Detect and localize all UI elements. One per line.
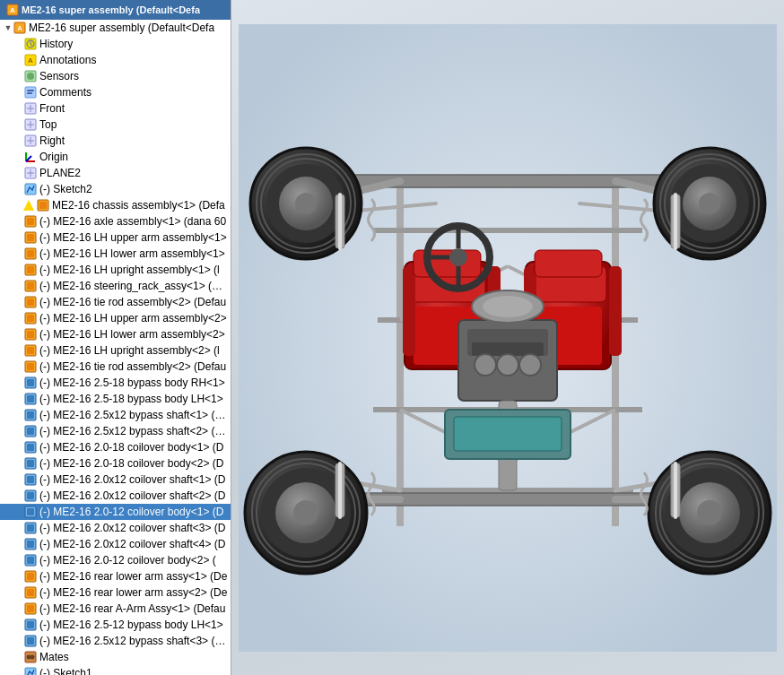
subassembly-icon <box>23 279 38 293</box>
tree-item-steering_rack[interactable]: (-) ME2-16 steering_rack_assy<1> (Defau <box>0 278 231 294</box>
tree-item-top[interactable]: Top <box>0 117 231 133</box>
tree-item-lh_lower2[interactable]: (-) ME2-16 LH lower arm assembly<2> <box>0 326 231 342</box>
tree-item-lh_upright1[interactable]: (-) ME2-16 LH upright assembly<1> (l <box>0 262 231 278</box>
svg-text:A: A <box>28 56 33 65</box>
tree-item-bypass_shaft2[interactable]: (-) ME2-16 2.5x12 bypass shaft<2> (De <box>0 423 231 439</box>
expand-arrow-tie_rod2[interactable] <box>14 298 23 307</box>
expand-arrow-right[interactable] <box>14 136 23 145</box>
svg-rect-82 <box>27 605 34 612</box>
svg-rect-46 <box>27 315 34 322</box>
expand-arrow-lh_upright1[interactable] <box>14 265 23 274</box>
tree-item-right[interactable]: Right <box>0 133 231 149</box>
tree-item-coilover_shaft3[interactable]: (-) ME2-16 2.0x12 coilover shaft<3> (D <box>0 520 231 536</box>
tree-item-comments[interactable]: Comments <box>0 84 231 100</box>
expand-arrow-top[interactable] <box>14 120 23 129</box>
expand-arrow-lh_lower2[interactable] <box>14 330 23 339</box>
tree-item-tie_rod2[interactable]: (-) ME2-16 tie rod assembly<2> (Defau <box>0 294 231 310</box>
expand-arrow-sketch1[interactable] <box>14 669 23 675</box>
expand-arrow-lh_lower1[interactable] <box>14 249 23 258</box>
tree-item-tie_rod_assy2[interactable]: (-) ME2-16 tie rod assembly<2> (Defau <box>0 359 231 375</box>
expand-arrow-rear_lower2[interactable] <box>14 588 23 597</box>
expand-arrow-axle[interactable] <box>14 217 23 226</box>
svg-rect-84 <box>27 621 34 628</box>
expand-arrow-steering_rack[interactable] <box>14 281 23 290</box>
expand-arrow-history[interactable] <box>14 39 23 48</box>
tree-item-rear_lower2[interactable]: (-) ME2-16 rear lower arm assy<2> (De <box>0 584 231 601</box>
expand-arrow-lh_upper1[interactable] <box>14 233 23 242</box>
expand-arrow-bypass_shaft1[interactable] <box>14 411 23 420</box>
tree-item-label-annotations: Annotations <box>39 54 96 66</box>
expand-arrow-tie_rod_assy2[interactable] <box>14 362 23 371</box>
expand-arrow-sketch2[interactable] <box>14 185 23 194</box>
expand-arrow-plane2[interactable] <box>14 169 23 177</box>
tree-item-coilover_body2[interactable]: (-) ME2-16 2.0-18 coilover body<2> (D <box>0 455 231 472</box>
tree-item-sensors[interactable]: Sensors <box>0 68 231 84</box>
expand-arrow-coilover_body3[interactable] <box>14 556 23 565</box>
svg-rect-70 <box>27 508 34 515</box>
tree-item-axle[interactable]: (-) ME2-16 axle assembly<1> (dana 60 <box>0 213 231 229</box>
3d-viewport[interactable] <box>231 0 784 675</box>
tree-item-sketch2[interactable]: (-) Sketch2 <box>0 181 231 197</box>
svg-rect-66 <box>27 476 34 483</box>
feature-tree-sidebar[interactable]: A ME2-16 super assembly (Default<Defa ▼A… <box>0 0 231 675</box>
expand-arrow-bypass_lh1[interactable] <box>14 394 23 403</box>
expand-arrow-coilover_shaft4[interactable] <box>14 540 23 549</box>
tree-item-rear_lower1[interactable]: (-) ME2-16 rear lower arm assy<1> (De <box>0 568 231 584</box>
expand-arrow-front[interactable] <box>14 104 23 113</box>
tree-item-lh_upright2[interactable]: (-) ME2-16 LH upright assembly<2> (l <box>0 342 231 359</box>
expand-arrow-title[interactable]: ▼ <box>4 23 13 32</box>
tree-item-bypass_shaft1[interactable]: (-) ME2-16 2.5x12 bypass shaft<1> (De <box>0 407 231 423</box>
tree-item-label-lh_lower1: (-) ME2-16 LH lower arm assembly<1> <box>39 247 225 260</box>
tree-item-history[interactable]: History <box>0 36 231 52</box>
expand-arrow-lh_upper2[interactable] <box>14 314 23 323</box>
expand-arrow-comments[interactable] <box>14 88 23 97</box>
expand-arrow-mates[interactable] <box>14 653 23 662</box>
expand-arrow-rear_aarm[interactable] <box>14 604 23 613</box>
tree-item-front[interactable]: Front <box>0 100 231 117</box>
tree-item-lh_lower1[interactable]: (-) ME2-16 LH lower arm assembly<1> <box>0 246 231 262</box>
tree-item-origin[interactable]: Origin <box>0 149 231 165</box>
tree-item-label-lh_upper1: (-) ME2-16 LH upper arm assembly<1> <box>39 231 227 244</box>
expand-arrow-lh_upright2[interactable] <box>14 346 23 355</box>
tree-item-label-bypass_lh1: (-) ME2-16 2.5-18 bypass body LH<1> <box>39 393 223 405</box>
expand-arrow-bypass_shaft3[interactable] <box>14 636 23 645</box>
expand-arrow-bypass_lh2[interactable] <box>14 620 23 629</box>
tree-item-sketch1[interactable]: (-) Sketch1 <box>0 665 231 675</box>
tree-item-coilover_body_sel[interactable]: (-) ME2-16 2.0-12 coilover body<1> (D <box>0 504 231 520</box>
expand-arrow-coilover_shaft1[interactable] <box>14 475 23 484</box>
expand-arrow-rear_lower1[interactable] <box>14 572 23 581</box>
expand-arrow-origin[interactable] <box>14 152 23 161</box>
tree-item-coilover_body3[interactable]: (-) ME2-16 2.0-12 coilover body<2> ( <box>0 552 231 568</box>
tree-item-plane2[interactable]: PLANE2 <box>0 165 231 181</box>
expand-arrow-bypass_rh1[interactable] <box>14 378 23 387</box>
tree-item-label-comments: Comments <box>39 86 91 99</box>
assembly-title: A ME2-16 super assembly (Default<Defa <box>0 0 231 20</box>
tree-item-rear_aarm[interactable]: (-) ME2-16 rear A-Arm Assy<1> (Defau <box>0 601 231 617</box>
tree-item-coilover_shaft4[interactable]: (-) ME2-16 2.0x12 coilover shaft<4> (D <box>0 536 231 552</box>
expand-arrow-bypass_shaft2[interactable] <box>14 427 23 436</box>
tree-item-label-axle: (-) ME2-16 axle assembly<1> (dana 60 <box>39 215 226 228</box>
tree-item-mates[interactable]: Mates <box>0 649 231 665</box>
expand-arrow-chassis[interactable] <box>14 201 23 210</box>
expand-arrow-sensors[interactable] <box>14 72 23 81</box>
tree-item-annotations[interactable]: AAnnotations <box>0 52 231 68</box>
tree-item-bypass_lh2[interactable]: (-) ME2-16 2.5-12 bypass body LH<1> <box>0 617 231 633</box>
tree-item-coilover_body1[interactable]: (-) ME2-16 2.0-18 coilover body<1> (D <box>0 439 231 455</box>
tree-item-bypass_rh1[interactable]: (-) ME2-16 2.5-18 bypass body RH<1> <box>0 375 231 391</box>
expand-arrow-coilover_shaft3[interactable] <box>14 524 23 532</box>
tree-item-bypass_shaft3[interactable]: (-) ME2-16 2.5x12 bypass shaft<3> (De <box>0 633 231 649</box>
tree-item-lh_upper2[interactable]: (-) ME2-16 LH upper arm assembly<2> <box>0 310 231 326</box>
expand-arrow-annotations[interactable] <box>14 56 23 65</box>
car-svg <box>239 24 777 652</box>
tree-item-bypass_lh1[interactable]: (-) ME2-16 2.5-18 bypass body LH<1> <box>0 391 231 407</box>
tree-item-lh_upper1[interactable]: (-) ME2-16 LH upper arm assembly<1> <box>0 229 231 246</box>
tree-item-title[interactable]: ▼AME2-16 super assembly (Default<Defa <box>0 20 231 36</box>
tree-item-chassis[interactable]: ME2-16 chassis assembly<1> (Defa <box>0 197 231 213</box>
expand-arrow-coilover_body1[interactable] <box>14 443 23 452</box>
tree-item-coilover_shaft2[interactable]: (-) ME2-16 2.0x12 coilover shaft<2> (D <box>0 488 231 504</box>
expand-arrow-coilover_shaft2[interactable] <box>14 491 23 500</box>
expand-arrow-coilover_body_sel[interactable] <box>14 507 23 516</box>
plane-icon <box>23 166 38 180</box>
expand-arrow-coilover_body2[interactable] <box>14 459 23 468</box>
tree-item-coilover_shaft1[interactable]: (-) ME2-16 2.0x12 coilover shaft<1> (D <box>0 472 231 488</box>
